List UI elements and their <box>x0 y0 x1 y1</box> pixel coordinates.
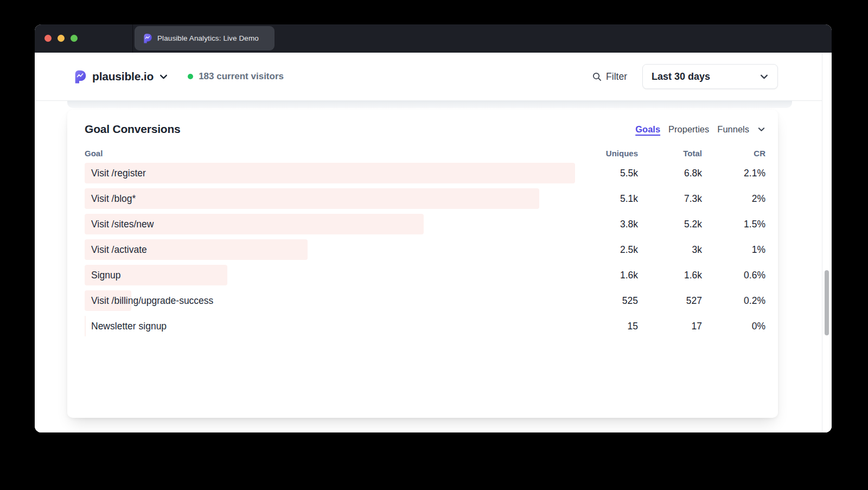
goal-bar <box>85 188 539 209</box>
goal-bar <box>85 163 575 183</box>
plausible-logo-icon <box>142 33 152 43</box>
scrollbar-track <box>822 53 832 432</box>
total-value: 7.3k <box>638 193 702 205</box>
browser-titlebar: Plausible Analytics: Live Demo <box>35 24 832 53</box>
goal-label[interactable]: Visit /blog* <box>91 193 136 205</box>
chevron-down-icon <box>760 72 769 81</box>
current-visitors-label: 183 current visitors <box>199 71 284 82</box>
filter-button[interactable]: Filter <box>592 71 627 82</box>
site-selector[interactable]: plausible.io <box>73 69 168 84</box>
uniques-value: 5.5k <box>575 168 638 179</box>
tabs-chevron-down-icon[interactable] <box>757 125 765 133</box>
table-row[interactable]: Visit /sites/new 3.8k 5.2k 1.5% <box>85 214 765 234</box>
uniques-value: 3.8k <box>575 219 638 230</box>
total-value: 17 <box>638 321 702 332</box>
live-dot-icon <box>188 74 193 79</box>
goal-label[interactable]: Visit /register <box>91 168 146 179</box>
total-value: 1.6k <box>638 270 702 281</box>
table-header-row: Goal Uniques Total CR <box>85 149 765 158</box>
date-range-label: Last 30 days <box>652 71 710 82</box>
tab-goals[interactable]: Goals <box>635 124 660 135</box>
cr-value: 0.2% <box>702 295 765 307</box>
card-title: Goal Conversions <box>85 123 181 136</box>
cr-value: 0% <box>702 321 765 332</box>
column-goal: Goal <box>85 149 575 158</box>
column-total: Total <box>638 149 702 158</box>
column-cr: CR <box>702 149 765 158</box>
uniques-value: 5.1k <box>575 193 638 205</box>
tab-properties[interactable]: Properties <box>668 124 709 135</box>
card-tabs: Goals Properties Funnels <box>635 124 765 135</box>
plausible-logo-icon <box>73 69 87 84</box>
search-icon <box>592 72 602 82</box>
cr-value: 1% <box>702 244 765 256</box>
browser-tab[interactable]: Plausible Analytics: Live Demo <box>135 26 275 50</box>
goal-conversions-card: Goal Conversions Goals Properties Funnel… <box>67 110 778 418</box>
tab-funnels[interactable]: Funnels <box>717 124 749 135</box>
total-value: 5.2k <box>638 219 702 230</box>
table-row[interactable]: Signup 1.6k 1.6k 0.6% <box>85 265 765 285</box>
minimize-icon[interactable] <box>58 35 65 42</box>
total-value: 527 <box>638 295 702 307</box>
tab-divider <box>132 24 133 53</box>
goal-label[interactable]: Visit /activate <box>91 244 147 256</box>
column-uniques: Uniques <box>575 149 638 158</box>
uniques-value: 525 <box>575 295 638 307</box>
uniques-value: 15 <box>575 321 638 332</box>
uniques-value: 2.5k <box>575 244 638 256</box>
cr-value: 1.5% <box>702 219 765 230</box>
goal-label[interactable]: Visit /sites/new <box>91 219 154 230</box>
uniques-value: 1.6k <box>575 270 638 281</box>
goal-label[interactable]: Signup <box>91 270 121 281</box>
chevron-down-icon <box>159 72 168 81</box>
cr-value: 2.1% <box>702 168 765 179</box>
window-controls <box>44 35 78 42</box>
tab-title: Plausible Analytics: Live Demo <box>157 34 259 42</box>
current-visitors[interactable]: 183 current visitors <box>188 71 284 82</box>
close-icon[interactable] <box>44 35 52 42</box>
table-row[interactable]: Visit /blog* 5.1k 7.3k 2% <box>85 188 765 209</box>
cr-value: 2% <box>702 193 765 205</box>
goal-bar <box>85 316 86 336</box>
total-value: 3k <box>638 244 702 256</box>
filter-label: Filter <box>606 71 627 82</box>
table-row[interactable]: Visit /register 5.5k 6.8k 2.1% <box>85 163 765 183</box>
total-value: 6.8k <box>638 168 702 179</box>
previous-card-remnant <box>67 101 792 108</box>
zoom-icon[interactable] <box>71 35 78 42</box>
goal-label[interactable]: Newsletter signup <box>91 321 167 332</box>
dashboard-main: Goal Conversions Goals Properties Funnel… <box>35 101 832 432</box>
table-row[interactable]: Visit /activate 2.5k 3k 1% <box>85 239 765 260</box>
goal-label[interactable]: Visit /billing/upgrade-success <box>91 295 213 307</box>
date-range-picker[interactable]: Last 30 days <box>642 64 778 89</box>
table-row[interactable]: Newsletter signup 15 17 0% <box>85 316 765 336</box>
scrollbar-thumb[interactable] <box>825 270 829 335</box>
dashboard-header: plausible.io 183 current visitors Filter… <box>35 53 832 101</box>
cr-value: 0.6% <box>702 270 765 281</box>
browser-window: Plausible Analytics: Live Demo plausible… <box>35 24 832 432</box>
site-name: plausible.io <box>92 70 154 83</box>
goal-rows: Visit /register 5.5k 6.8k 2.1% Visit /bl… <box>85 163 765 336</box>
table-row[interactable]: Visit /billing/upgrade-success 525 527 0… <box>85 290 765 311</box>
